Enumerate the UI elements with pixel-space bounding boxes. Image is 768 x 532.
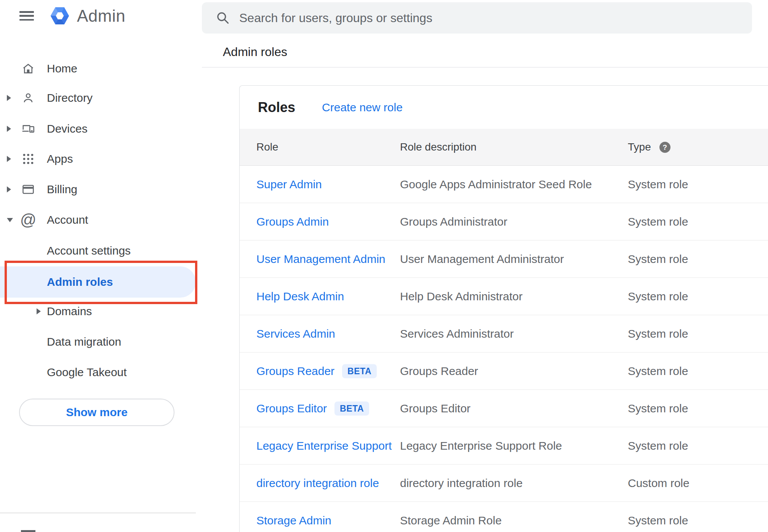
role-description: Groups Reader <box>400 365 478 378</box>
table-row: User Management AdminUser Management Adm… <box>240 240 768 278</box>
role-type: System role <box>628 290 688 303</box>
role-link[interactable]: Groups Reader <box>256 365 334 378</box>
table-header-row: Role Role description Type ? <box>240 129 768 166</box>
menu-button[interactable] <box>19 11 34 21</box>
role-type: System role <box>628 215 688 228</box>
roles-table-body: Super AdminGoogle Apps Administrator See… <box>240 166 768 532</box>
column-header-description: Role description <box>400 141 477 153</box>
home-icon <box>21 60 35 77</box>
apps-icon <box>21 151 35 167</box>
sidebar-item-label: Domains <box>47 305 92 318</box>
help-icon[interactable]: ? <box>659 142 670 153</box>
role-link[interactable]: Services Admin <box>256 327 335 340</box>
role-link[interactable]: Legacy Enterprise Support <box>256 439 392 452</box>
role-description: Google Apps Administrator Seed Role <box>400 178 592 191</box>
role-description: Help Desk Administrator <box>400 290 523 303</box>
menu-bar <box>19 15 34 17</box>
at-sign-icon: @ <box>21 212 35 228</box>
chevron-right-icon[interactable] <box>37 308 41 314</box>
role-link[interactable]: Super Admin <box>256 178 322 191</box>
cutoff-icon <box>21 530 35 532</box>
sidebar-item-label: Home <box>47 62 77 75</box>
role-type: System role <box>628 327 688 340</box>
sidebar-item-home[interactable]: Home <box>0 53 196 84</box>
role-type: System role <box>628 514 688 527</box>
sidebar-item-directory[interactable]: Directory <box>0 83 196 113</box>
card-title: Roles <box>258 99 295 115</box>
table-row: Legacy Enterprise SupportLegacy Enterpri… <box>240 427 768 465</box>
role-link[interactable]: Help Desk Admin <box>256 290 344 303</box>
role-type: Custom role <box>628 477 690 490</box>
breadcrumb: Admin roles <box>223 45 287 59</box>
menu-bar <box>19 11 34 13</box>
admin-hexagon-icon <box>50 5 70 27</box>
sidebar-item-account-settings[interactable]: Account settings <box>0 236 196 266</box>
role-link[interactable]: Groups Editor <box>256 402 327 415</box>
sidebar-item-label: Data migration <box>47 335 121 348</box>
table-row: Storage AdminStorage Admin RoleSystem ro… <box>240 502 768 532</box>
column-header-role: Role <box>256 141 278 153</box>
search-icon <box>216 11 230 25</box>
role-description: Groups Administrator <box>400 215 507 228</box>
sidebar-item-label: Account <box>47 213 88 226</box>
sidebar-item-label: Devices <box>47 122 88 135</box>
sidebar-item-label: Admin roles <box>47 276 113 288</box>
devices-icon <box>21 120 35 137</box>
role-description: Storage Admin Role <box>400 514 502 527</box>
card-icon <box>21 181 35 198</box>
search-bar[interactable] <box>202 2 752 34</box>
sidebar: HomeDirectoryDevicesAppsBilling@AccountA… <box>0 50 196 532</box>
column-header-type: Type ? <box>628 141 670 153</box>
role-type: System role <box>628 402 688 415</box>
role-description: User Management Administrator <box>400 253 564 266</box>
role-link[interactable]: Groups Admin <box>256 215 329 228</box>
chevron-right-icon[interactable] <box>7 95 11 101</box>
sidebar-item-label: Directory <box>47 91 93 104</box>
sidebar-divider <box>0 513 196 513</box>
sidebar-item-google-takeout[interactable]: Google Takeout <box>0 357 196 388</box>
sidebar-item-label: Account settings <box>47 244 131 257</box>
table-row: Super AdminGoogle Apps Administrator See… <box>240 166 768 203</box>
table-row: Groups AdminGroups AdministratorSystem r… <box>240 203 768 240</box>
role-type: System role <box>628 439 688 452</box>
role-link[interactable]: Storage Admin <box>256 514 331 527</box>
sidebar-item-label: Apps <box>47 152 73 165</box>
table-row: Help Desk AdminHelp Desk AdministratorSy… <box>240 278 768 315</box>
chevron-right-icon[interactable] <box>7 156 11 162</box>
sidebar-item-data-migration[interactable]: Data migration <box>0 327 196 357</box>
role-type: System role <box>628 365 688 378</box>
chevron-right-icon[interactable] <box>7 186 11 192</box>
sidebar-item-devices[interactable]: Devices <box>0 114 196 144</box>
beta-badge: BETA <box>342 364 377 378</box>
breadcrumb-divider <box>202 67 768 67</box>
search-input[interactable] <box>239 6 752 29</box>
beta-badge: BETA <box>334 401 369 415</box>
chevron-down-icon[interactable] <box>7 218 13 222</box>
role-link[interactable]: User Management Admin <box>256 253 386 266</box>
sidebar-item-billing[interactable]: Billing <box>0 174 196 205</box>
role-type: System role <box>628 253 688 266</box>
role-type: System role <box>628 178 688 191</box>
sidebar-item-label: Google Takeout <box>47 366 127 379</box>
sidebar-item-admin-roles[interactable]: Admin roles <box>0 266 196 298</box>
role-description: directory integration role <box>400 477 523 490</box>
menu-bar <box>19 19 34 21</box>
role-description: Legacy Enterprise Support Role <box>400 439 562 452</box>
role-link[interactable]: directory integration role <box>256 477 379 490</box>
chevron-right-icon[interactable] <box>7 126 11 132</box>
table-row: Groups EditorBETAGroups EditorSystem rol… <box>240 390 768 427</box>
sidebar-item-domains[interactable]: Domains <box>0 296 196 327</box>
sidebar-item-account[interactable]: @Account <box>0 205 196 235</box>
role-description: Groups Editor <box>400 402 470 415</box>
table-row: Services AdminServices AdministratorSyst… <box>240 315 768 353</box>
create-new-role-link[interactable]: Create new role <box>322 101 403 114</box>
person-icon <box>21 90 35 106</box>
role-description: Services Administrator <box>400 327 514 340</box>
show-more-button[interactable]: Show more <box>19 399 174 426</box>
table-row: directory integration roledirectory inte… <box>240 465 768 502</box>
roles-card: Roles Create new role Role Role descript… <box>239 85 768 532</box>
table-row: Groups ReaderBETAGroups ReaderSystem rol… <box>240 353 768 390</box>
sidebar-item-apps[interactable]: Apps <box>0 144 196 174</box>
logo-text: Admin <box>77 6 125 26</box>
card-header: Roles Create new role <box>240 86 768 129</box>
